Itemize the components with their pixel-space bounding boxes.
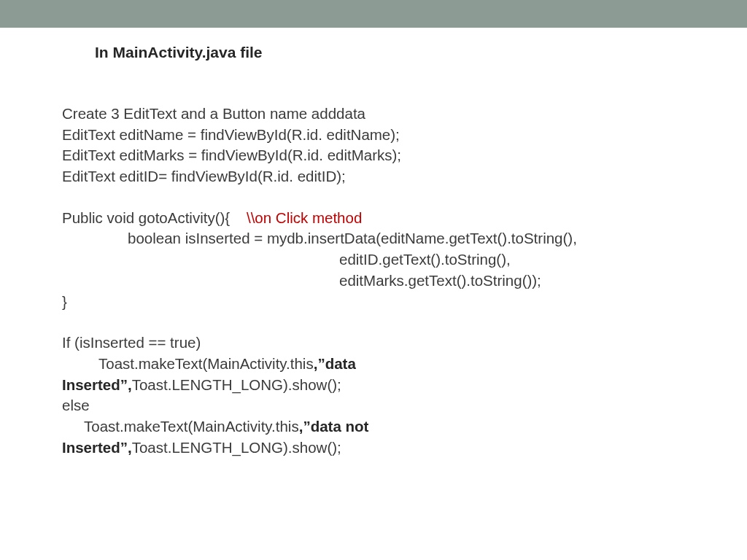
blank-line bbox=[62, 187, 685, 208]
code-line: Public void gotoActivity(){ \\on Click m… bbox=[62, 208, 685, 229]
code-line: editMarks.getText().toString()); bbox=[62, 271, 685, 292]
code-line: Inserted”,Toast.LENGTH_LONG).show(); bbox=[62, 438, 685, 459]
code-comment: \\on Click method bbox=[247, 209, 362, 226]
code-line: EditText editName = findViewById(R.id. e… bbox=[62, 125, 685, 146]
code-line: } bbox=[62, 292, 685, 313]
code-bold: Inserted”, bbox=[62, 439, 132, 456]
code-line: EditText editID= findViewById(R.id. edit… bbox=[62, 166, 685, 187]
code-line: If (isInserted == true) bbox=[62, 332, 685, 354]
indent bbox=[62, 418, 84, 435]
code-text: Toast.LENGTH_LONG).show(); bbox=[132, 376, 341, 393]
code-bold: Inserted”, bbox=[62, 376, 132, 393]
code-line: editID.getText().toString(), bbox=[62, 249, 685, 271]
body-text: Create 3 EditText and a Button name addd… bbox=[62, 104, 685, 458]
code-line: Toast.makeText(MainActivity.this,”data n… bbox=[62, 416, 685, 438]
code-line: Inserted”,Toast.LENGTH_LONG).show(); bbox=[62, 375, 685, 396]
blank-line bbox=[62, 312, 685, 332]
code-line: boolean isInserted = mydb.insertData(edi… bbox=[62, 228, 685, 249]
code-text: Toast.makeText(MainActivity.this bbox=[84, 418, 299, 435]
code-line: Create 3 EditText and a Button name addd… bbox=[62, 104, 685, 125]
code-text: Toast.makeText(MainActivity.this bbox=[98, 355, 314, 372]
code-line: Toast.makeText(MainActivity.this,”data bbox=[62, 354, 685, 375]
code-text: Toast.LENGTH_LONG).show(); bbox=[132, 439, 341, 456]
code-text: Public void gotoActivity(){ bbox=[62, 209, 247, 226]
slide-content: In MainActivity.java file Create 3 EditT… bbox=[0, 44, 747, 458]
top-bar bbox=[0, 0, 747, 28]
indent bbox=[62, 355, 98, 372]
code-line: else bbox=[62, 395, 685, 416]
code-bold: ,”data not bbox=[299, 418, 369, 435]
heading: In MainActivity.java file bbox=[95, 44, 685, 61]
code-line: EditText editMarks = findViewById(R.id. … bbox=[62, 145, 685, 166]
code-bold: ,”data bbox=[314, 355, 356, 372]
